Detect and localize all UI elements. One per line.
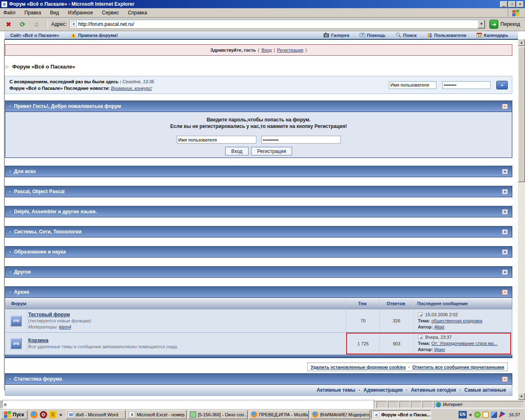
quick-password-input[interactable] (442, 81, 491, 89)
section-bar-pascal[interactable]: › Pascal, Object Pascal + (5, 186, 512, 197)
menu-tools[interactable]: Сервис (102, 10, 119, 16)
network-tray-icon[interactable] (491, 411, 497, 418)
administration-link[interactable]: Администрация (363, 387, 402, 393)
quicklaunch-chevron[interactable]: » (59, 412, 63, 418)
tray-chevron[interactable]: « (468, 412, 473, 418)
site-link[interactable]: Сайт «Всё о Паскале» (10, 33, 59, 38)
most-active-link[interactable]: Самые активные (464, 387, 506, 393)
expand-button[interactable]: + (502, 249, 508, 255)
expand-button[interactable]: + (502, 269, 508, 275)
menu-edit[interactable]: Правка (25, 10, 41, 16)
archive-column-header: Форум Тем Ответов Последнее сообщение (5, 298, 512, 309)
status-cell (388, 401, 399, 408)
page-title: Форум «Всё о Паскале» (12, 64, 75, 70)
expand-button[interactable]: + (502, 189, 508, 194)
toolbar-separator (48, 19, 48, 29)
register-button[interactable]: Регистрация (251, 147, 292, 155)
post-icon[interactable] (418, 335, 422, 339)
status-cell (399, 401, 410, 408)
delete-cookies-link[interactable]: Удалить установленные форумом cookies (311, 365, 406, 370)
help-link[interactable]: ? Помощь (359, 32, 386, 38)
moderator-link[interactable]: klem4 (59, 324, 71, 329)
expand-button[interactable]: + (502, 229, 508, 235)
qip-quicklaunch-icon[interactable]: Q (49, 411, 57, 418)
window-titlebar[interactable]: e Форум «Всё о Паскале» - Microsoft Inte… (0, 0, 525, 8)
restore-button[interactable]: ❐ (508, 1, 516, 7)
quick-login-button[interactable]: » (496, 81, 508, 89)
scrollbar-thumb[interactable] (518, 47, 525, 182)
task-forum-active[interactable]: e Форум «Всё о Паска... (371, 410, 431, 419)
calendar-link[interactable]: 13 Календарь (476, 32, 508, 38)
section-bar-systems[interactable]: › Системы, Сети, Технологии + (5, 226, 512, 237)
register-link[interactable]: Регистрация (277, 48, 303, 52)
section-bar-other[interactable]: › Другое + (5, 266, 512, 278)
start-button[interactable]: Пуск (1, 410, 27, 419)
address-bar[interactable]: e http://forum.pascal.net.ru/ ▼ (69, 20, 486, 29)
stop-button[interactable]: ✖ (2, 19, 15, 30)
task-message-window[interactable]: [5-156-366] - Окно соо... (188, 410, 248, 419)
mark-read-link[interactable]: Отметить все сообщения прочитанными (412, 365, 504, 370)
internet-globe-icon (436, 402, 441, 407)
username-input[interactable] (177, 136, 256, 144)
login-button[interactable]: Вход (225, 147, 249, 155)
news-link[interactable]: Внимание, конкурс! (111, 86, 152, 91)
task-mozilla-1[interactable]: ПРЕВЕД,ИГРА - Mozilla ... (249, 410, 309, 419)
login-link[interactable]: Вход (261, 48, 272, 52)
refresh-button[interactable]: ⟳ (16, 19, 29, 30)
go-button[interactable]: ➜ Переход (489, 20, 520, 29)
forum-ipb-icon: IPB (10, 315, 22, 326)
close-button[interactable]: ✕ (516, 1, 524, 7)
menu-help[interactable]: Справка (128, 10, 147, 16)
address-value[interactable]: http://forum.pascal.net.ru/ (78, 21, 478, 27)
forum-link[interactable]: Корзина (28, 338, 48, 343)
password-input[interactable] (261, 136, 341, 144)
search-link[interactable]: Поиск (395, 32, 417, 38)
misc-tray-icon[interactable] (499, 411, 505, 418)
scroll-up-button[interactable]: ▲ (518, 39, 525, 46)
topic-link[interactable]: От: Упорядочивание строк ма... (431, 341, 498, 346)
section-bar-delphi[interactable]: › Delphi, Assembler и другие языки. + (5, 206, 512, 217)
dot-separator: · (358, 387, 360, 393)
users-link[interactable]: Пользователи (427, 32, 466, 38)
topic-link[interactable]: общественная кладовка (431, 318, 482, 323)
scroll-down-button[interactable]: ▼ (518, 393, 525, 400)
post-icon[interactable] (418, 312, 422, 317)
users-label: Пользователи (434, 33, 466, 38)
stats-links-bar: Активные темы · Администрация · Активные… (5, 385, 512, 396)
collapse-button[interactable]: − (502, 377, 508, 382)
news-label: Форум «Всё о Паскале» Последние новости: (9, 86, 110, 91)
collapse-button[interactable]: − (502, 290, 508, 295)
replies-count: 326 (380, 309, 413, 332)
language-indicator[interactable]: EN (459, 411, 467, 418)
rules-link[interactable]: Правила форума! (71, 33, 118, 38)
opera-quicklaunch-icon[interactable]: O (40, 411, 47, 418)
clock-tray-icon[interactable] (482, 411, 489, 418)
task-excel[interactable]: X Microsoft Excel - номер... (127, 410, 187, 419)
gallery-link[interactable]: Галерея (323, 32, 349, 38)
section-bar-all[interactable]: › Для всех + (5, 166, 512, 177)
minimize-button[interactable]: _ (500, 1, 507, 7)
menu-favorites[interactable]: Избранное (68, 10, 93, 16)
active-topics-link[interactable]: Активные темы (317, 387, 355, 393)
author-link[interactable]: Altair (434, 324, 445, 329)
menu-view[interactable]: Вид (50, 10, 59, 16)
author-link[interactable]: Ирин (434, 347, 445, 352)
quick-username-input[interactable] (389, 81, 436, 89)
section-bar-education[interactable]: › Образование и наука + (5, 246, 512, 258)
firefox-quicklaunch-icon[interactable] (30, 411, 38, 418)
task-word[interactable]: W dix6 - Microsoft Word (66, 410, 126, 419)
active-today-link[interactable]: Активные сегодня (411, 387, 456, 393)
document-icon: e (2, 400, 374, 409)
menu-file[interactable]: Файл (3, 10, 16, 16)
icq-tray-icon[interactable] (474, 411, 481, 418)
home-button[interactable]: ⌂ (30, 19, 43, 30)
expand-button[interactable]: + (502, 209, 508, 215)
taskbar-clock: 16:37 (507, 412, 523, 417)
collapse-button[interactable]: − (502, 104, 508, 109)
forum-link[interactable]: Тестовый форум (28, 312, 70, 317)
vertical-scrollbar[interactable]: ▲ ▼ (518, 39, 525, 400)
address-dropdown-arrow[interactable]: ▼ (478, 20, 485, 28)
task-label: ПРЕВЕД,ИГРА - Mozilla ... (259, 412, 309, 417)
task-mozilla-2[interactable]: ВНИМАНИЕ! Модерато... (310, 410, 370, 419)
expand-button[interactable]: + (502, 169, 508, 174)
